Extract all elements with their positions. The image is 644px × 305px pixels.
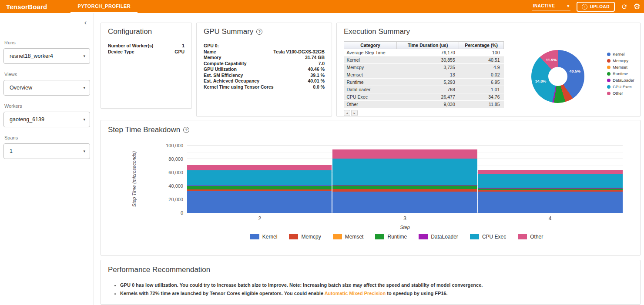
legend-item-memcpy[interactable]: Memcpy (289, 234, 321, 240)
run-status-value: INACTIVE (533, 3, 555, 8)
config-label: Number of Worker(s) (108, 43, 153, 49)
legend-item-memset[interactable]: Memset (607, 65, 636, 70)
recommendation-link[interactable]: Automatic Mixed Precision (325, 291, 386, 296)
step-time-breakdown-card: Step Time Breakdown ? Step Time (microse… (101, 120, 641, 255)
stacked-bar-step-3[interactable] (332, 149, 477, 213)
table-row[interactable]: DataLoader7681.01 (344, 86, 504, 93)
select-value: gaoteng_6139 (10, 116, 44, 123)
sidebar-field-workers: Workersgaoteng_6139▾ (3, 103, 90, 127)
cell-category: CPU Exec (344, 93, 397, 101)
column-header-time-duration[interactable]: Time Duration (us) (397, 42, 459, 49)
cell-category: Other (344, 101, 397, 108)
sidebar-field-spans: Spans1▾ (3, 135, 90, 159)
select-views[interactable]: Overview▾ (3, 80, 90, 96)
y-axis-tick: 60,000 (153, 170, 183, 175)
column-header-percentage[interactable]: Percentage (%) (459, 42, 504, 49)
recommendation-list: GPU 0 has low utilization. You could try… (120, 281, 633, 298)
legend-item-memcpy[interactable]: Memcpy (607, 58, 636, 63)
refresh-icon[interactable] (621, 3, 627, 10)
gpu-value: 40.01 % (308, 78, 325, 84)
tensorboard-logo[interactable]: TensorBoard (0, 0, 54, 13)
y-axis-tick: 20,000 (153, 197, 183, 202)
legend-swatch (470, 234, 479, 239)
tab-pytorch-profiler[interactable]: PYTORCH_PROFILER (70, 0, 138, 13)
upload-button[interactable]: ↑ UPLOAD (577, 2, 615, 12)
sidebar-field-views: ViewsOverview▾ (3, 72, 90, 96)
column-header-category[interactable]: Category (344, 42, 397, 49)
prev-page-button[interactable]: ◂ (344, 110, 350, 116)
bar-segment-kernel (478, 192, 623, 213)
next-page-button[interactable]: ▸ (351, 110, 358, 116)
recommendation-text: Kernels with 72% time are launched by Te… (120, 291, 325, 296)
collapse-sidebar-icon[interactable]: ‹ (84, 19, 87, 26)
gpu-row: Compute Capability7.0 (204, 61, 325, 67)
legend-item-runtime[interactable]: Runtime (375, 234, 407, 240)
legend-item-other[interactable]: Other (607, 91, 636, 96)
legend-item-memset[interactable]: Memset (333, 234, 364, 240)
stacked-bar-step-2[interactable] (187, 165, 332, 213)
legend-label: Runtime (613, 71, 628, 76)
select-value: Overview (10, 85, 32, 91)
cell-time-duration: 768 (397, 86, 459, 93)
field-label: Views (4, 72, 90, 77)
field-label: Workers (4, 103, 90, 109)
select-spans[interactable]: 1▾ (3, 143, 90, 159)
cell-time-duration: 5,293 (397, 79, 459, 86)
step-breakdown-title: Step Time Breakdown ? (108, 126, 633, 134)
legend-item-kernel[interactable]: Kernel (607, 52, 636, 56)
help-icon[interactable]: ? (256, 29, 262, 35)
execution-breakdown-donut-chart[interactable]: 40.5%34.8%11.9% (531, 50, 584, 103)
cell-category: Runtime (344, 79, 397, 86)
y-axis-tick: 100,000 (153, 143, 183, 148)
gpu-row: Kernel Time using Tensor Cores0.0 % (204, 84, 325, 90)
select-runs[interactable]: resnet18_worker4▾ (3, 48, 90, 64)
legend-item-kernel[interactable]: Kernel (250, 234, 278, 240)
legend-item-dataloader[interactable]: DataLoader (419, 234, 458, 240)
cell-category: Memset (344, 71, 397, 79)
table-row[interactable]: Other9,03011.85 (344, 101, 504, 108)
cell-percentage: 11.85 (459, 101, 504, 108)
config-row: Device TypeGPU (108, 49, 184, 55)
gpu-device-heading: GPU 0: (204, 43, 325, 49)
legend-item-runtime[interactable]: Runtime (607, 71, 636, 76)
table-row[interactable]: Memset130.02 (344, 71, 504, 79)
legend-item-dataloader[interactable]: DataLoader (607, 78, 636, 83)
select-value: 1 (10, 148, 13, 154)
help-icon[interactable]: ? (183, 127, 189, 133)
execution-summary-title: Execution Summary (344, 27, 633, 36)
config-value: GPU (174, 49, 184, 55)
legend-label: Memcpy (613, 58, 628, 63)
table-row[interactable]: Runtime5,2936.95 (344, 79, 504, 86)
select-workers[interactable]: gaoteng_6139▾ (3, 112, 90, 127)
gpu-label: Est. Achieved Occupancy (204, 78, 259, 84)
stacked-bar-step-4[interactable] (478, 170, 623, 213)
config-row: Number of Worker(s)1 (108, 43, 184, 49)
gpu-label: Memory (204, 55, 221, 61)
legend-dot (607, 85, 610, 89)
recommendation-text: to speedup by using FP16. (386, 291, 447, 296)
donut-hole (548, 67, 567, 86)
cell-percentage: 34.76 (459, 93, 504, 101)
table-row[interactable]: Average Step Time76,170100 (344, 49, 504, 56)
gpu-value: 7.0 (318, 61, 325, 67)
table-row[interactable]: CPU Exec26,47734.76 (344, 93, 504, 101)
donut-slice-label: 34.8% (535, 79, 547, 83)
legend-item-cpu-exec[interactable]: CPU Exec (607, 84, 636, 89)
donut-slice-label: 40.5% (569, 69, 580, 73)
legend-item-other[interactable]: Other (518, 234, 543, 240)
legend-item-cpu-exec[interactable]: CPU Exec (470, 234, 506, 240)
performance-recommendation-title: Performance Recommendation (108, 265, 633, 274)
table-row[interactable]: Memcpy3,7354.9 (344, 64, 504, 71)
gpu-value: 40.46 % (308, 66, 325, 73)
legend-swatch (518, 234, 527, 239)
cell-category: Average Step Time (344, 49, 397, 56)
legend-swatch (375, 234, 384, 239)
chevron-down-icon: ▾ (83, 86, 85, 90)
sidebar: ‹ Runsresnet18_worker4▾ViewsOverview▾Wor… (0, 13, 94, 305)
legend-swatch (419, 234, 428, 239)
run-status-select[interactable]: INACTIVE ▾ (532, 3, 570, 10)
table-row[interactable]: Kernel30,85540.51 (344, 56, 504, 64)
settings-gear-icon[interactable]: ⚙ (634, 3, 641, 10)
legend-label: Runtime (387, 234, 407, 240)
cell-percentage: 6.95 (459, 79, 504, 86)
